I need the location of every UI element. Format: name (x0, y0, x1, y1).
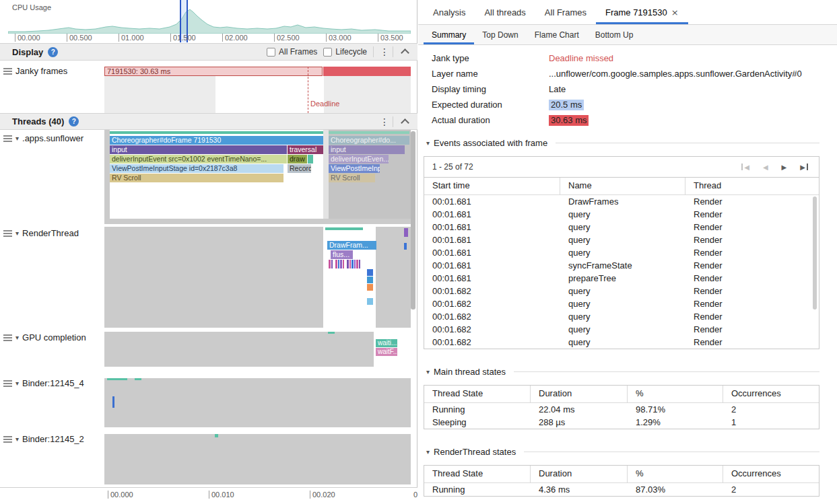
frame-subtab-bar: Summary Top Down Flame Chart Bottom Up (418, 25, 837, 45)
all-frames-checkbox-group[interactable]: All Frames (267, 47, 317, 57)
subtab-bottom-up[interactable]: Bottom Up (587, 25, 642, 44)
event-row[interactable]: 00:01.681queryRender (424, 233, 819, 246)
event-row[interactable]: 00:01.682queryRender (424, 336, 819, 349)
thread-track-binder4 (104, 378, 411, 427)
threads-scrollbar[interactable] (411, 131, 415, 484)
zoomed-time-axis: 00.000 00.010 00.020 0 (0, 487, 417, 504)
trace-event-input[interactable]: input (110, 145, 287, 154)
subtab-summary[interactable]: Summary (424, 25, 474, 44)
drag-handle-icon[interactable] (3, 334, 12, 341)
trace-event-draw[interactable]: draw (288, 155, 307, 164)
col-name: Name (560, 178, 685, 194)
thread-state-running-strip (325, 227, 363, 230)
deadline-line (308, 67, 308, 113)
track-shading (104, 75, 215, 113)
event-row[interactable]: 00:01.681queryRender (424, 246, 819, 259)
main-thread-states-header[interactable]: ▾ Main thread states (426, 367, 819, 377)
col-thread: Thread (685, 178, 819, 194)
event-row[interactable]: 00:01.682queryRender (424, 297, 819, 310)
trace-event-choreographer-next[interactable]: Choreographer#do... (329, 136, 409, 145)
prev-page-button[interactable]: ◀ (763, 164, 768, 171)
state-row[interactable]: Running22.04 ms98.71%2 (424, 403, 819, 416)
event-row[interactable]: 00:01.681queryRender (424, 208, 819, 221)
next-janky-frame-bar[interactable] (323, 67, 411, 76)
close-tab-icon[interactable]: × (671, 7, 679, 17)
subtab-top-down[interactable]: Top Down (474, 25, 526, 44)
kebab-menu-icon[interactable]: ⋮ (380, 116, 387, 127)
state-row[interactable]: Sleeping288 µs1.29%1 (424, 416, 819, 429)
thread-row-label-sunflower[interactable]: ▾ .apps.sunflower (3, 133, 83, 143)
event-row[interactable]: 00:01.682queryRender (424, 285, 819, 297)
tab-frame-7191530[interactable]: Frame 7191530 × (596, 0, 688, 24)
tab-analysis[interactable]: Analysis (424, 0, 475, 24)
drag-handle-icon[interactable] (3, 380, 12, 387)
help-icon[interactable]: ? (69, 116, 79, 127)
last-page-button[interactable]: ▶ (800, 164, 808, 171)
trace-event-stripe-cluster[interactable] (329, 260, 368, 268)
subtab-flame-chart[interactable]: Flame Chart (527, 25, 587, 44)
event-row[interactable]: 00:01.681queryRender (424, 221, 819, 233)
next-page-button[interactable]: ▶ (782, 164, 787, 171)
drag-handle-icon[interactable] (3, 230, 12, 237)
trace-event-waitfence[interactable]: waitF... (376, 348, 397, 356)
selected-janky-frame-bar[interactable]: 7191530: 30.63 ms (104, 67, 323, 76)
trace-event-small[interactable] (404, 228, 408, 237)
events-section-header[interactable]: ▾ Events associated with frame (426, 138, 819, 148)
all-frames-checkbox[interactable] (267, 48, 275, 57)
trace-event-small[interactable] (367, 298, 373, 305)
kebab-menu-icon[interactable]: ⋮ (380, 46, 387, 57)
thread-state-running-strip (107, 378, 127, 380)
trace-event-flush[interactable]: flus... (331, 250, 353, 259)
trace-event-input-next[interactable]: input (329, 145, 405, 154)
trace-event-small[interactable] (367, 277, 373, 283)
tab-all-frames[interactable]: All Frames (535, 0, 596, 24)
trace-event-waiting[interactable]: waiti... (376, 339, 397, 347)
time-tick: 03.000 (326, 34, 351, 42)
first-page-button[interactable]: ◀ (741, 164, 749, 171)
collapse-chevron-icon[interactable] (401, 48, 409, 57)
scrollbar-thumb[interactable] (411, 131, 415, 310)
events-table-scrollbar-thumb[interactable] (813, 196, 817, 310)
janky-frames-track: 7191530: 30.63 ms Deadline (104, 61, 411, 113)
thread-row-label-gpu-completion[interactable]: ▾ GPU completion (3, 332, 86, 343)
thread-track-binder2 (104, 434, 411, 484)
event-row[interactable]: 00:01.681syncFrameStateRender (424, 259, 819, 272)
trace-event-small[interactable] (308, 155, 313, 164)
event-row[interactable]: 00:01.681prepareTreeRender (424, 272, 819, 285)
renderthread-states-header[interactable]: ▾ RenderThread states (426, 447, 819, 457)
trace-event-small[interactable] (112, 396, 114, 408)
trace-event-small[interactable] (404, 243, 407, 250)
trace-event-choreographer[interactable]: Choreographer#doFrame 7191530 (110, 136, 323, 145)
drag-handle-icon[interactable] (3, 68, 12, 75)
trace-event-view-post-ime[interactable]: ViewPostImeInputStage id=0x2187c3a8 (110, 164, 283, 173)
state-row[interactable]: Running4.36 ms87.03%2 (424, 483, 819, 496)
help-icon[interactable]: ? (48, 47, 58, 57)
event-row[interactable]: 00:01.682queryRender (424, 323, 819, 336)
thread-row-label-binder4[interactable]: ▾ Binder:12145_4 (3, 378, 84, 388)
trace-event-small[interactable] (367, 284, 373, 291)
trace-event-view-post-ime-next[interactable]: ViewPostImeInp... (329, 164, 380, 173)
drag-handle-icon[interactable] (3, 135, 12, 142)
trace-event-deliver-input-next[interactable]: deliverInputEven... (329, 155, 389, 164)
trace-event-record[interactable]: Record ... (288, 164, 311, 173)
trace-event-traversal[interactable]: traversal (288, 145, 323, 154)
divider (393, 46, 393, 57)
collapse-chevron-icon[interactable] (401, 118, 409, 127)
event-row[interactable]: 00:01.681DrawFramesRender (424, 195, 819, 208)
time-tick: 03.500 (378, 34, 403, 42)
trace-event-deliver-input[interactable]: deliverInputEvent src=0x1002 eventTimeNa… (110, 155, 287, 164)
tab-all-threads[interactable]: All threads (475, 0, 535, 24)
trace-event-drawframe[interactable]: DrawFram... (327, 241, 376, 250)
lifecycle-checkbox-group[interactable]: Lifecycle (323, 47, 367, 57)
janky-frames-track-label[interactable]: Janky frames (3, 66, 67, 76)
thread-row-label-binder2[interactable]: ▾ Binder:12145_2 (3, 434, 84, 444)
trace-event-rv-scroll[interactable]: RV Scroll (110, 174, 283, 182)
trace-event-rv-scroll-next[interactable]: RV Scroll (329, 174, 375, 182)
display-timing-value: Late (549, 84, 566, 95)
event-row[interactable]: 00:01.682queryRender (424, 310, 819, 323)
trace-event-small[interactable] (367, 269, 373, 276)
drag-handle-icon[interactable] (3, 436, 12, 443)
trace-event-small[interactable] (215, 434, 218, 437)
lifecycle-checkbox[interactable] (323, 48, 332, 57)
thread-row-label-renderthread[interactable]: ▾ RenderThread (3, 228, 79, 238)
